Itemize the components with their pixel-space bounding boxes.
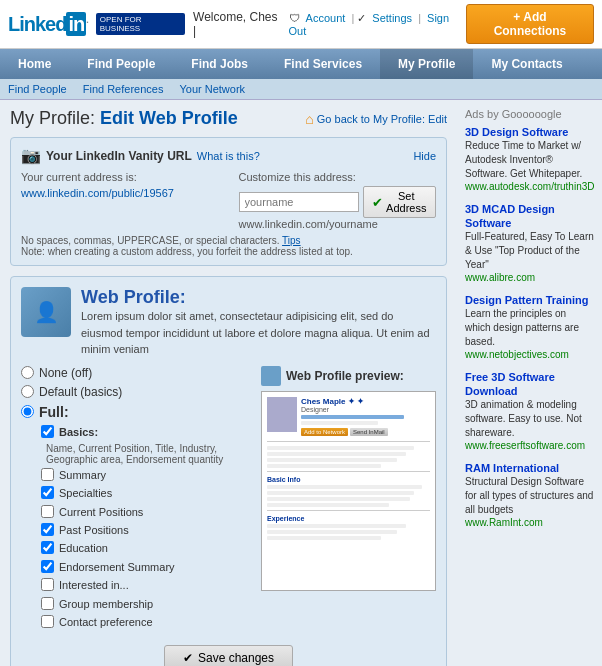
checkbox-contact-preference: Contact preference — [41, 615, 251, 630]
vanity-url-example: www.linkedin.com/yourname — [239, 218, 437, 230]
radio-full-label[interactable]: Full: — [39, 404, 69, 420]
main-content: My Profile: Edit Web Profile ⌂ Go back t… — [0, 100, 457, 666]
radio-full-input[interactable] — [21, 405, 34, 418]
radio-full: Full: — [21, 404, 251, 420]
what-is-this-link[interactable]: What is this? — [197, 150, 260, 162]
profile-icon: 👤 — [21, 287, 71, 337]
preview-icon — [261, 366, 281, 386]
checkbox-specialties-label[interactable]: Specialties — [59, 486, 112, 501]
preview-name: Ches Maple ✦ ✦ — [301, 397, 430, 406]
nav-my-contacts[interactable]: My Contacts — [473, 49, 580, 79]
header: Linkedin. OPEN FOR BUSINESS Welcome, Che… — [0, 0, 602, 49]
add-connections-button[interactable]: + Add Connections — [466, 4, 594, 44]
checkbox-group-membership-label[interactable]: Group membership — [59, 597, 153, 612]
preview-avatar — [267, 397, 297, 432]
web-profile-box: 👤 Web Profile: Lorem ipsum dolor sit ame… — [10, 276, 447, 666]
sub-nav-find-references[interactable]: Find References — [83, 83, 164, 95]
preview-divider-1 — [267, 441, 430, 442]
ad-title-0[interactable]: 3D Design Software — [465, 126, 568, 138]
checkbox-education-label[interactable]: Education — [59, 541, 108, 556]
checkbox-contact-preference-label[interactable]: Contact preference — [59, 615, 153, 630]
checkbox-group-membership-input[interactable] — [41, 597, 54, 610]
checkbox-current-positions: Current Positions — [41, 505, 251, 520]
set-address-button[interactable]: ✔ Set Address — [363, 186, 437, 218]
nav-find-services[interactable]: Find Services — [266, 49, 380, 79]
ad-item-3: Free 3D Software Download 3D animation &… — [465, 370, 594, 451]
ad-title-3[interactable]: Free 3D Software Download — [465, 371, 555, 397]
vanity-current-url[interactable]: www.linkedin.com/public/19567 — [21, 187, 174, 199]
web-profile-description: Lorem ipsum dolor sit amet, consectetaur… — [81, 308, 436, 358]
tips-link[interactable]: Tips — [282, 235, 301, 246]
checkbox-interested-in-label[interactable]: Interested in... — [59, 578, 129, 593]
ad-url-0: www.autodesk.com/truthin3D — [465, 181, 594, 192]
vanity-input[interactable] — [239, 192, 359, 212]
checkbox-summary-input[interactable] — [41, 468, 54, 481]
profile-body: None (off) Default (basics) Full: Basics… — [21, 366, 436, 634]
logo-in: in — [66, 12, 86, 36]
vanity-header: 📷 Your LinkedIn Vanity URL What is this?… — [21, 146, 436, 165]
linkedin-logo[interactable]: Linkedin. — [8, 13, 88, 36]
checkbox-education-input[interactable] — [41, 541, 54, 554]
checkbox-current-positions-input[interactable] — [41, 505, 54, 518]
ads-label: Ads by Goooooogle — [465, 108, 594, 120]
checkbox-past-positions: Past Positions — [41, 523, 251, 538]
vanity-title: 📷 Your LinkedIn Vanity URL What is this? — [21, 146, 260, 165]
preview-job-title: Designer — [301, 406, 430, 413]
sub-nav-your-network[interactable]: Your Network — [179, 83, 245, 95]
checkbox-past-positions-label[interactable]: Past Positions — [59, 523, 129, 538]
vanity-current: Your current address is: www.linkedin.co… — [21, 171, 219, 200]
sub-nav-find-people[interactable]: Find People — [8, 83, 67, 95]
checkbox-basics-label[interactable]: Basics: — [59, 425, 98, 440]
back-link[interactable]: ⌂ Go back to My Profile: Edit — [305, 111, 447, 127]
check-icon: ✔ — [372, 195, 383, 210]
header-welcome: Welcome, Ches | — [193, 10, 280, 38]
vanity-input-row: ✔ Set Address — [239, 186, 437, 218]
save-changes-button[interactable]: ✔ Save changes — [164, 645, 293, 666]
radio-default: Default (basics) — [21, 385, 251, 399]
profile-options: None (off) Default (basics) Full: Basics… — [21, 366, 251, 634]
nav-find-jobs[interactable]: Find Jobs — [173, 49, 266, 79]
vanity-customize: Customize this address: ✔ Set Address ww… — [239, 171, 437, 230]
preview-section-1 — [267, 446, 430, 468]
sub-nav: Find People Find References Your Network — [0, 79, 602, 100]
nav-my-profile[interactable]: My Profile — [380, 49, 473, 79]
ad-text-0: Reduce Time to Market w/ Autodesk Invent… — [465, 139, 594, 181]
hide-link[interactable]: Hide — [413, 150, 436, 162]
radio-none-input[interactable] — [21, 366, 34, 379]
ad-item-0: 3D Design Software Reduce Time to Market… — [465, 125, 594, 192]
checkbox-specialties-input[interactable] — [41, 486, 54, 499]
save-row: ✔ Save changes — [21, 645, 436, 666]
page-title-bar: My Profile: Edit Web Profile ⌂ Go back t… — [10, 108, 447, 129]
header-left: Linkedin. OPEN FOR BUSINESS Welcome, Che… — [8, 10, 466, 38]
checkbox-past-positions-input[interactable] — [41, 523, 54, 536]
radio-none-label[interactable]: None (off) — [39, 366, 92, 380]
account-link[interactable]: Account — [306, 12, 346, 24]
radio-default-input[interactable] — [21, 385, 34, 398]
checkbox-interested-in-input[interactable] — [41, 578, 54, 591]
checkmark-icon: ✓ — [357, 12, 366, 24]
profile-title-text: Web Profile: Lorem ipsum dolor sit amet,… — [81, 287, 436, 358]
checkbox-contact-preference-input[interactable] — [41, 615, 54, 628]
settings-link[interactable]: Settings — [372, 12, 412, 24]
checkbox-current-positions-label[interactable]: Current Positions — [59, 505, 143, 520]
ad-title-1[interactable]: 3D MCAD Design Software — [465, 203, 555, 229]
amex-badge: OPEN FOR BUSINESS — [96, 13, 185, 35]
checkbox-endorsement-summary-label[interactable]: Endorsement Summary — [59, 560, 175, 575]
checkbox-education: Education — [41, 541, 251, 556]
logo-dot: . — [86, 15, 88, 25]
ad-title-2[interactable]: Design Pattern Training — [465, 294, 588, 306]
logo-linked: Linked — [8, 13, 66, 35]
preview-thumbnail: Ches Maple ✦ ✦ Designer Add to Network S… — [261, 391, 436, 591]
checkbox-basics-input[interactable] — [41, 425, 54, 438]
check-save-icon: ✔ — [183, 651, 193, 665]
ad-title-4[interactable]: RAM International — [465, 462, 559, 474]
camera-icon: 📷 — [21, 146, 41, 165]
nav-home[interactable]: Home — [0, 49, 69, 79]
vanity-current-label: Your current address is: — [21, 171, 219, 183]
ad-text-4: Structural Design Software for all types… — [465, 475, 594, 517]
checkbox-summary-label[interactable]: Summary — [59, 468, 106, 483]
nav-find-people[interactable]: Find People — [69, 49, 173, 79]
radio-none: None (off) — [21, 366, 251, 380]
checkbox-endorsement-summary-input[interactable] — [41, 560, 54, 573]
radio-default-label[interactable]: Default (basics) — [39, 385, 122, 399]
